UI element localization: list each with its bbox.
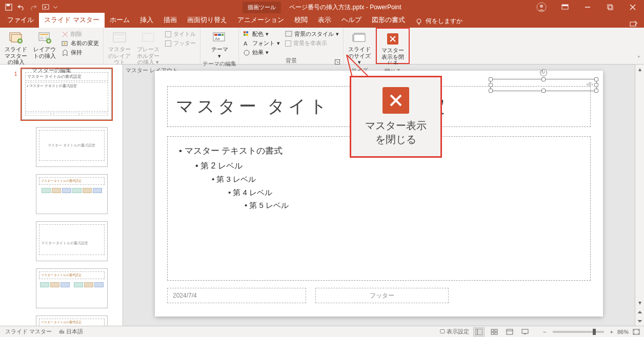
document-title: ページ番号の挿入方法.pptx - PowerPoint bbox=[289, 3, 401, 12]
svg-rect-31 bbox=[64, 43, 66, 45]
delete-layout-button[interactable]: 削除 bbox=[59, 30, 101, 38]
insert-layout-button[interactable]: レイアウトの挿入 bbox=[31, 30, 58, 60]
work-area: 1 マスター タイトルの書式設定 • マスター テキストの書式設定 マスター タ… bbox=[0, 65, 644, 326]
page-number-placeholder[interactable]: ‹#› bbox=[490, 79, 597, 91]
fonts-button[interactable]: Aフォント ▾ bbox=[241, 39, 282, 48]
preserve-button[interactable]: 保持 bbox=[59, 48, 101, 57]
zoom-slider[interactable] bbox=[553, 331, 604, 333]
bg-styles-icon bbox=[285, 31, 292, 38]
ribbon-display-options-icon[interactable] bbox=[554, 0, 576, 14]
ribbon-group-edit-master: スライド マスターの挿入 レイアウトの挿入 削除 名前の変更 保持 マスターの編… bbox=[0, 28, 104, 64]
layout-thumbnail[interactable]: マスター タイトルの書式設定 bbox=[36, 221, 108, 261]
save-icon[interactable] bbox=[3, 2, 14, 13]
svg-rect-8 bbox=[608, 5, 612, 9]
quick-access-toolbar bbox=[0, 2, 62, 13]
dialog-launcher-icon[interactable]: ↘ bbox=[335, 59, 340, 65]
body-placeholder[interactable]: • マスター テキストの書式 • 第 2 レベル • 第 3 レベル • 第 4… bbox=[167, 136, 591, 281]
thumbnail-pane[interactable]: 1 マスター タイトルの書式設定 • マスター テキストの書式設定 マスター タ… bbox=[0, 65, 123, 326]
footer-placeholder[interactable]: フッター bbox=[315, 288, 449, 303]
master-layout-button[interactable]: マスターのレイアウト bbox=[106, 30, 133, 67]
tab-view[interactable]: 表示 bbox=[313, 13, 336, 28]
svg-point-46 bbox=[244, 50, 249, 55]
svg-rect-41 bbox=[244, 31, 246, 33]
close-master-view-button[interactable]: マスター表示を閉じる bbox=[379, 31, 407, 68]
collapse-ribbon-icon[interactable]: ˄ bbox=[634, 28, 644, 64]
fit-to-window-icon[interactable] bbox=[633, 329, 640, 335]
rename-button[interactable]: 名前の変更 bbox=[59, 39, 101, 48]
rotate-handle-icon[interactable] bbox=[540, 69, 547, 76]
insert-placeholder-button[interactable]: プレースホルダーの挿入 ▾ bbox=[134, 30, 162, 67]
tab-insert[interactable]: 挿入 bbox=[135, 13, 158, 28]
tab-file[interactable]: ファイル bbox=[2, 13, 39, 28]
date-placeholder[interactable]: 2024/7/4 bbox=[167, 288, 306, 303]
title-checkbox[interactable]: タイトル bbox=[163, 30, 198, 38]
reading-view-icon[interactable] bbox=[504, 327, 515, 336]
vertical-scrollbar[interactable]: ▴ ▾ ⏶ ⏷ bbox=[635, 65, 644, 326]
tab-shape-format[interactable]: 図形の書式 bbox=[367, 13, 410, 28]
slideshow-view-icon[interactable] bbox=[519, 327, 531, 336]
layout-thumbnail[interactable]: マスター タイトルの書式設定 bbox=[36, 268, 108, 308]
zoom-in-button[interactable]: + bbox=[610, 329, 613, 335]
start-from-beginning-icon[interactable] bbox=[40, 2, 51, 13]
effects-button[interactable]: 効果 ▾ bbox=[241, 48, 282, 57]
master-layout-icon bbox=[112, 31, 127, 45]
view-name-label: スライド マスター bbox=[5, 328, 52, 335]
background-styles-button[interactable]: 背景のスタイル ▾ bbox=[283, 30, 341, 38]
svg-rect-42 bbox=[246, 31, 248, 33]
zoom-out-button[interactable]: − bbox=[543, 329, 546, 335]
slide-sorter-icon[interactable] bbox=[489, 327, 500, 336]
undo-icon[interactable] bbox=[15, 2, 27, 13]
slide-size-icon bbox=[352, 31, 367, 45]
ribbon-group-size: スライドのサイズ ▾ サイズ bbox=[344, 28, 376, 64]
previous-slide-icon[interactable]: ⏶ bbox=[637, 307, 643, 317]
display-settings-button[interactable]: 🖵 表示設定 bbox=[439, 328, 469, 335]
tab-home[interactable]: ホーム bbox=[105, 13, 135, 28]
layout-thumbnail[interactable]: マスター タイトルの書式設定 bbox=[36, 315, 108, 326]
themes-button[interactable]: Aa テーマ▾ bbox=[206, 30, 233, 60]
svg-point-4 bbox=[540, 5, 543, 8]
ribbon-group-edit-theme: Aa テーマ▾ テーマの編集 bbox=[200, 28, 239, 64]
layout-thumbnail[interactable]: マスター タイトルの書式設定 bbox=[36, 174, 108, 214]
svg-rect-9 bbox=[609, 6, 613, 10]
account-icon[interactable] bbox=[534, 0, 549, 14]
zoom-level[interactable]: 86% bbox=[617, 329, 629, 335]
hide-background-checkbox[interactable]: 背景を非表示 bbox=[283, 39, 341, 48]
minimize-button[interactable] bbox=[576, 0, 599, 14]
insert-slide-master-button[interactable]: スライド マスターの挿入 bbox=[2, 30, 30, 67]
scroll-down-icon[interactable]: ▾ bbox=[635, 298, 644, 307]
tab-slide-master[interactable]: スライド マスター bbox=[39, 13, 105, 28]
svg-rect-1 bbox=[7, 4, 10, 6]
svg-rect-53 bbox=[475, 329, 482, 335]
normal-view-icon[interactable] bbox=[473, 327, 485, 336]
maximize-button[interactable] bbox=[599, 0, 621, 14]
ribbon-group-master-layout: マスターのレイアウト プレースホルダーの挿入 ▾ タイトル フッター マスター … bbox=[104, 28, 200, 64]
redo-icon[interactable] bbox=[28, 2, 39, 13]
ribbon-group-close: マスター表示を閉じる 閉じる bbox=[376, 28, 410, 64]
svg-rect-22 bbox=[40, 34, 48, 35]
tab-animations[interactable]: アニメーション bbox=[232, 13, 289, 28]
status-bar: スライド マスター 🖮 日本語 🖵 表示設定 − + 86% bbox=[0, 326, 644, 337]
tab-draw[interactable]: 描画 bbox=[158, 13, 182, 28]
footer-checkbox[interactable]: フッター bbox=[163, 39, 198, 48]
master-thumbnail[interactable]: マスター タイトルの書式設定 • マスター テキストの書式設定 bbox=[22, 69, 112, 120]
tab-help[interactable]: ヘルプ bbox=[336, 13, 367, 28]
layout-icon bbox=[37, 31, 52, 45]
scroll-up-icon[interactable]: ▴ bbox=[635, 65, 644, 74]
colors-button[interactable]: 配色 ▾ bbox=[241, 30, 282, 38]
tab-review[interactable]: 校閲 bbox=[289, 13, 313, 28]
ribbon: スライド マスターの挿入 レイアウトの挿入 削除 名前の変更 保持 マスターの編… bbox=[0, 28, 644, 65]
svg-rect-47 bbox=[286, 31, 292, 36]
share-icon[interactable] bbox=[626, 20, 642, 28]
contextual-tab-drawing-tools[interactable]: 描画ツール bbox=[243, 2, 281, 13]
svg-rect-61 bbox=[522, 329, 528, 333]
tab-transitions[interactable]: 画面切り替え bbox=[182, 13, 232, 28]
qat-customize-icon[interactable] bbox=[52, 2, 58, 13]
svg-rect-15 bbox=[630, 22, 636, 26]
tell-me-search[interactable]: 何をしますか bbox=[410, 17, 468, 28]
page-number-field[interactable]: ‹#› bbox=[587, 81, 593, 87]
slide-size-button[interactable]: スライドのサイズ ▾ bbox=[346, 30, 373, 67]
next-slide-icon[interactable]: ⏷ bbox=[637, 317, 643, 326]
language-label[interactable]: 🖮 日本語 bbox=[59, 328, 83, 335]
close-window-button[interactable] bbox=[621, 0, 644, 14]
layout-thumbnail[interactable]: マスター タイトルの書式設定 bbox=[36, 127, 108, 167]
